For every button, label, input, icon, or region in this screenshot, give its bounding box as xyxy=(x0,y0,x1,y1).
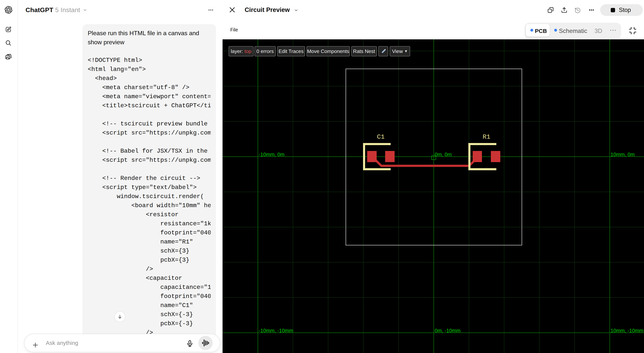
svg-text:-10mm, -10mm: -10mm, -10mm xyxy=(259,328,293,333)
svg-text:-10mm, 0m: -10mm, 0m xyxy=(259,152,284,157)
svg-text:10mm, -10mm: 10mm, -10mm xyxy=(610,328,644,333)
svg-text:0m, 0m: 0m, 0m xyxy=(435,152,452,157)
svg-text:10mm, 0m: 10mm, 0m xyxy=(610,152,635,157)
svg-text:R1: R1 xyxy=(483,133,490,141)
svg-text:C1: C1 xyxy=(377,133,385,141)
svg-text:0m, -10mm: 0m, -10mm xyxy=(435,328,460,333)
